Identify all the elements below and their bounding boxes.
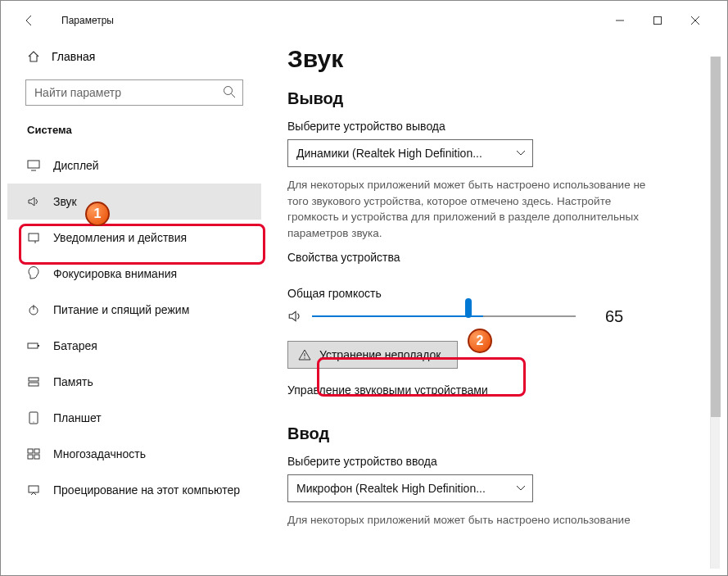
sidebar-item-notifications[interactable]: Уведомления и действия xyxy=(7,220,261,256)
power-icon xyxy=(27,303,40,316)
troubleshoot-button[interactable]: Устранение неполадок xyxy=(287,341,458,369)
home-label: Главная xyxy=(52,50,95,63)
minimize-button[interactable] xyxy=(601,8,639,33)
warning-icon xyxy=(298,348,311,361)
sidebar-item-label: Батарея xyxy=(53,339,97,352)
search-icon xyxy=(222,84,237,99)
tablet-icon xyxy=(27,411,40,424)
close-button[interactable] xyxy=(676,8,714,33)
content: Звук Вывод Выберите устройство вывода Ди… xyxy=(261,34,721,569)
battery-icon xyxy=(27,339,40,352)
input-choose-label: Выберите устройство ввода xyxy=(287,455,694,468)
annotation-marker-1: 1 xyxy=(85,202,110,226)
speaker-icon xyxy=(287,309,302,324)
back-button[interactable] xyxy=(17,8,42,33)
svg-rect-6 xyxy=(29,234,38,241)
volume-slider[interactable] xyxy=(312,306,576,326)
output-heading: Вывод xyxy=(287,89,694,108)
svg-rect-10 xyxy=(28,343,38,348)
svg-rect-12 xyxy=(29,378,38,381)
sidebar-item-multitasking[interactable]: Многозадачность xyxy=(7,436,261,472)
section-title: Система xyxy=(7,120,261,147)
multitasking-icon xyxy=(27,447,40,460)
sidebar-item-tablet[interactable]: Планшет xyxy=(7,400,261,436)
svg-rect-4 xyxy=(28,161,39,168)
display-icon xyxy=(27,159,40,172)
troubleshoot-label: Устранение неполадок xyxy=(319,348,441,361)
sidebar-item-focus[interactable]: Фокусировка внимания xyxy=(7,256,261,292)
svg-point-15 xyxy=(33,421,34,422)
sidebar-item-label: Уведомления и действия xyxy=(53,231,187,244)
input-heading: Ввод xyxy=(287,424,694,443)
sidebar-item-label: Планшет xyxy=(53,411,102,424)
input-device-combo[interactable]: Микрофон (Realtek High Definition... xyxy=(287,474,533,502)
page-title: Звук xyxy=(287,45,694,73)
window-title: Параметры xyxy=(61,15,114,26)
svg-rect-19 xyxy=(34,455,39,459)
sidebar-item-storage[interactable]: Память xyxy=(7,364,261,400)
annotation-marker-2: 2 xyxy=(468,329,492,353)
projecting-icon xyxy=(27,483,40,497)
sidebar-item-label: Фокусировка внимания xyxy=(53,267,177,280)
svg-rect-18 xyxy=(28,455,33,459)
device-properties-link[interactable]: Свойства устройства xyxy=(287,251,694,264)
output-hint: Для некоторых приложений может быть наст… xyxy=(287,177,648,241)
sound-icon xyxy=(27,195,40,208)
chevron-down-icon xyxy=(516,148,526,158)
search-input[interactable] xyxy=(25,79,243,106)
sidebar-item-label: Дисплей xyxy=(53,159,99,172)
svg-line-3 xyxy=(232,94,236,98)
scrollbar[interactable] xyxy=(709,34,721,569)
manage-devices-link[interactable]: Управление звуковыми устройствами xyxy=(287,383,694,397)
sidebar-item-projecting[interactable]: Проецирование на этот компьютер xyxy=(7,472,261,508)
home-nav[interactable]: Главная xyxy=(7,40,261,73)
sidebar-item-label: Питание и спящий режим xyxy=(53,303,189,316)
sidebar-item-label: Звук xyxy=(53,195,77,208)
sidebar-item-sound[interactable]: Звук xyxy=(7,184,261,220)
svg-rect-11 xyxy=(38,345,39,347)
master-volume-label: Общая громкость xyxy=(287,287,694,300)
svg-rect-17 xyxy=(34,449,39,453)
maximize-button[interactable] xyxy=(639,8,676,33)
sidebar-item-power[interactable]: Питание и спящий режим xyxy=(7,292,261,328)
output-device-combo[interactable]: Динамики (Realtek High Definition... xyxy=(287,139,533,167)
input-device-value: Микрофон (Realtek High Definition... xyxy=(296,482,486,495)
volume-value: 65 xyxy=(605,307,623,326)
svg-point-22 xyxy=(304,358,305,359)
sidebar-item-label: Проецирование на этот компьютер xyxy=(53,483,240,497)
output-device-value: Динамики (Realtek High Definition... xyxy=(296,147,482,160)
focus-icon xyxy=(27,267,40,280)
home-icon xyxy=(27,50,40,63)
input-hint: Для некоторых приложений может быть наст… xyxy=(287,512,648,528)
sidebar: Главная Система Дисплей Звук Уведомления… xyxy=(7,34,261,569)
sidebar-item-label: Память xyxy=(53,375,93,388)
svg-rect-16 xyxy=(28,449,33,453)
svg-point-2 xyxy=(224,87,233,95)
svg-rect-1 xyxy=(654,17,662,25)
notifications-icon xyxy=(27,231,40,244)
storage-icon xyxy=(27,375,40,388)
chevron-down-icon xyxy=(516,483,526,493)
svg-rect-13 xyxy=(29,383,38,386)
sidebar-item-label: Многозадачность xyxy=(53,447,146,460)
sidebar-item-display[interactable]: Дисплей xyxy=(7,147,261,184)
svg-rect-20 xyxy=(29,486,38,492)
output-choose-label: Выберите устройство вывода xyxy=(287,120,694,133)
sidebar-item-battery[interactable]: Батарея xyxy=(7,328,261,364)
